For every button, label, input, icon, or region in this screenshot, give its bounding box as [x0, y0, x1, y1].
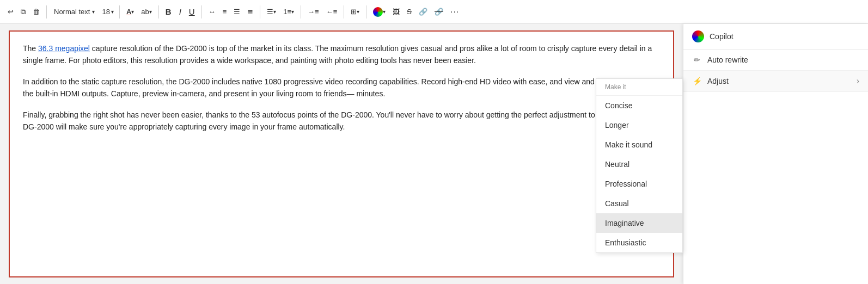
table-icon: ⊞ [351, 8, 357, 16]
divider-5 [260, 5, 260, 18]
insert-group: ⊞ ▾ [347, 3, 363, 21]
submenu-imaginative[interactable]: Imaginative [596, 213, 682, 233]
undo-icon: ↩ [8, 8, 14, 16]
submenu-concise[interactable]: Concise [596, 96, 682, 115]
adjust-label: Adjust [707, 77, 851, 85]
underline-button[interactable]: U [186, 3, 198, 21]
trash-icon: 🗑 [33, 8, 40, 16]
undo-button[interactable]: ↩ [4, 3, 17, 21]
submenu-longer[interactable]: Longer [596, 115, 682, 135]
divider-4 [201, 5, 202, 18]
link-icon: 🔗 [419, 8, 427, 16]
submenu-header: Make it [596, 79, 682, 96]
doc-content[interactable]: The 36.3 megapixel capture resolution of… [9, 30, 674, 277]
italic-button[interactable]: I [176, 3, 185, 21]
divider-8 [366, 5, 366, 18]
list-group: ☰ ▾ 1≡ ▾ [264, 3, 297, 21]
highlight-icon: ab [141, 8, 149, 16]
strikethrough-icon: S [407, 8, 412, 16]
bold-button[interactable]: B [162, 3, 175, 21]
copilot-circle-icon [373, 7, 383, 17]
divider-6 [301, 5, 301, 18]
bullet-list-button[interactable]: ☰ ▾ [264, 3, 279, 21]
submenu-make-sound[interactable]: Make it sound [596, 135, 682, 155]
strikethrough-button[interactable]: S [404, 3, 415, 21]
font-color-button[interactable]: A ▾ [123, 3, 137, 21]
indent-more-button[interactable]: →≡ [304, 3, 322, 21]
paragraph-3: Finally, grabbing the right shot has nev… [23, 109, 660, 133]
font-size-chevron: ▾ [111, 9, 114, 15]
numbered-list-button[interactable]: 1≡ ▾ [280, 3, 297, 21]
unlink-icon: 🔗 [435, 8, 443, 16]
adjust-icon: ⚡ [692, 76, 702, 86]
image-icon: 🖼 [393, 8, 400, 16]
auto-rewrite-icon: ✏ [692, 55, 702, 65]
highlight-button[interactable]: ab ▾ [138, 3, 155, 21]
submenu-enthusiastic[interactable]: Enthusiastic [596, 233, 682, 252]
image-button[interactable]: 🖼 [389, 3, 403, 21]
font-style-dropdown[interactable]: Normal text ▾ [50, 6, 99, 17]
align-justify-button[interactable]: ≣ [244, 3, 256, 21]
font-size-label: 18 [102, 8, 109, 16]
adjust-arrow-icon [857, 76, 859, 86]
highlight-chevron: ▾ [149, 9, 152, 15]
underline-icon: U [189, 7, 195, 16]
numbered-list-icon: 1≡ [283, 8, 291, 16]
numbered-list-chevron: ▾ [291, 9, 294, 15]
align-center-button[interactable]: ≡ [219, 3, 230, 21]
copilot-title: Copilot [710, 32, 733, 41]
more-icon: ··· [450, 7, 459, 17]
indent-more-icon: →≡ [308, 8, 319, 16]
align-center-icon: ≡ [223, 8, 227, 16]
delete-button[interactable]: 🗑 [29, 3, 43, 21]
divider-7 [344, 5, 344, 18]
bullet-list-icon: ☰ [267, 8, 273, 16]
copilot-toolbar-group: ▾ 🖼 S 🔗 🔗 ··· [370, 3, 462, 21]
indent-less-button[interactable]: ←≡ [323, 3, 341, 21]
copilot-chevron: ▾ [383, 9, 386, 15]
align-group: ↔ ≡ ☰ ≣ [205, 3, 257, 21]
table-chevron: ▾ [357, 9, 359, 15]
text-format-group: A ▾ ab ▾ [123, 3, 155, 21]
submenu-neutral[interactable]: Neutral [596, 155, 682, 174]
font-style-chevron: ▾ [92, 9, 95, 15]
submenu-casual[interactable]: Casual [596, 194, 682, 213]
megapixel-link[interactable]: 36.3 megapixel [38, 44, 90, 53]
indent-group: →≡ ←≡ [304, 3, 340, 21]
adjust-item[interactable]: ⚡ Adjust [683, 71, 868, 92]
align-right-icon: ☰ [234, 8, 240, 16]
paragraph-1: The 36.3 megapixel capture resolution of… [23, 42, 660, 67]
align-justify-icon: ≣ [247, 8, 253, 16]
copilot-toolbar-button[interactable]: ▾ [370, 3, 389, 21]
copy-button[interactable]: ⧉ [17, 3, 29, 21]
toolbar-history-group: ↩ ⧉ 🗑 [4, 3, 43, 21]
align-right-button[interactable]: ☰ [230, 3, 243, 21]
submenu-professional[interactable]: Professional [596, 174, 682, 194]
font-color-icon: A [126, 8, 131, 16]
paragraph-2: In addition to the static capture resolu… [23, 76, 660, 100]
main-area: The 36.3 megapixel capture resolution of… [0, 24, 868, 284]
auto-rewrite-item[interactable]: ✏ Auto rewrite [683, 50, 868, 71]
copilot-header: Copilot [683, 24, 868, 50]
auto-rewrite-label: Auto rewrite [707, 55, 859, 64]
table-button[interactable]: ⊞ ▾ [347, 3, 363, 21]
more-button[interactable]: ··· [447, 3, 462, 21]
align-left-button[interactable]: ↔ [205, 3, 219, 21]
doc-area: The 36.3 megapixel capture resolution of… [0, 24, 683, 284]
unlink-button[interactable]: 🔗 [431, 3, 447, 21]
copilot-header-icon [692, 30, 704, 42]
font-size-dropdown[interactable]: 18 ▾ [100, 7, 115, 17]
bold-icon: B [166, 7, 172, 16]
adjust-submenu: Make it Concise Longer Make it sound Neu… [596, 78, 683, 253]
font-color-chevron: ▾ [131, 9, 134, 15]
toolbar: ↩ ⧉ 🗑 Normal text ▾ 18 ▾ A ▾ ab ▾ B I [0, 0, 868, 24]
link-button[interactable]: 🔗 [415, 3, 431, 21]
divider-2 [119, 5, 120, 18]
divider-3 [158, 5, 159, 18]
italic-icon: I [179, 7, 181, 16]
font-style-label: Normal text [54, 8, 90, 16]
bullet-list-chevron: ▾ [273, 9, 276, 15]
indent-less-icon: ←≡ [326, 8, 338, 16]
copilot-panel: Copilot ✏ Auto rewrite ⚡ Adjust Make it … [683, 24, 868, 284]
divider-1 [46, 5, 47, 18]
